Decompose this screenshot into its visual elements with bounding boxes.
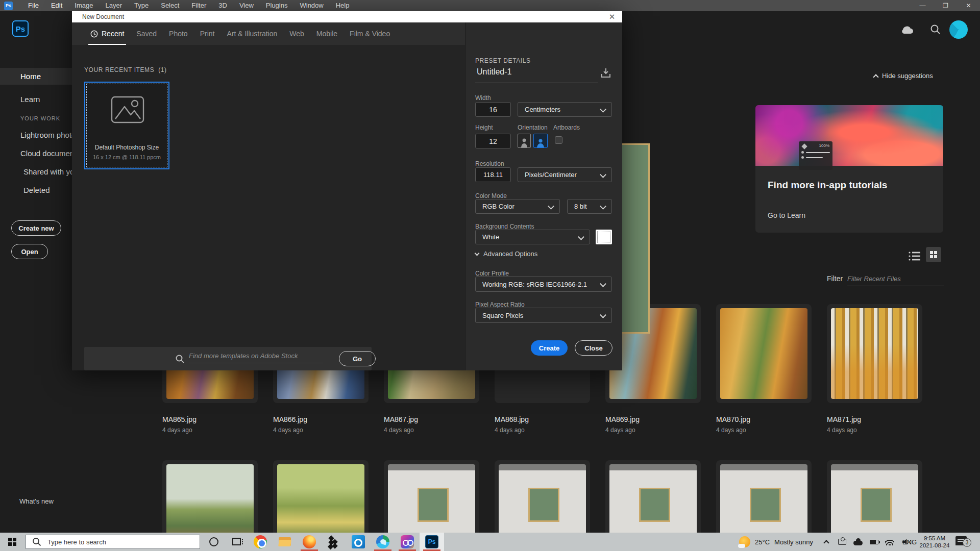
menu-bar: Ps FileEditImageLayerTypeSelectFilter3DV…	[0, 0, 980, 11]
background-color-swatch[interactable]	[596, 230, 612, 244]
sidebar-item[interactable]: Shared with you	[0, 163, 82, 180]
taskbar-weather[interactable]: 25°C Mostly sunny	[739, 533, 813, 551]
sidebar-item[interactable]: Deleted	[0, 182, 82, 198]
taskbar-clock[interactable]: 9:55 AM 2021-08-24	[919, 533, 950, 551]
onedrive-icon[interactable]	[853, 537, 863, 546]
dialog-tab[interactable]: Mobile	[310, 22, 344, 45]
weather-temp: 25°C	[755, 538, 770, 546]
layers-panel-overlay: 100%	[799, 141, 832, 170]
background-contents-select[interactable]: White	[475, 230, 590, 244]
dialog-tab[interactable]: Film & Video	[344, 22, 396, 45]
sidebar-item[interactable]: Lightroom photos	[0, 127, 82, 143]
edge-icon[interactable]	[371, 533, 395, 551]
dropbox-icon[interactable]	[322, 533, 346, 551]
task-view-icon[interactable]	[232, 538, 241, 545]
file-name: MA866.jpg	[273, 415, 307, 423]
create-new-button[interactable]: Create new	[11, 220, 61, 236]
meet-now-icon[interactable]	[838, 537, 847, 546]
dialog-tab[interactable]: Print	[194, 22, 221, 45]
open-button[interactable]: Open	[11, 244, 48, 259]
outlook-icon[interactable]	[346, 533, 371, 551]
save-preset-icon[interactable]	[600, 67, 611, 79]
language-indicator[interactable]: ENG	[902, 533, 917, 551]
firefox-icon[interactable]	[297, 533, 322, 551]
sidebar-item[interactable]: Home	[0, 68, 82, 85]
resolution-unit-select[interactable]: Pixels/Centimeter	[518, 167, 612, 182]
color-mode-select[interactable]: RGB Color	[475, 199, 560, 214]
menu-item[interactable]: Type	[128, 0, 155, 11]
file-age: 4 days ago	[827, 427, 857, 434]
photoshop-icon[interactable]: Ps	[420, 533, 444, 551]
go-button[interactable]: Go	[339, 351, 376, 366]
file-thumbnail-card[interactable]	[827, 304, 922, 403]
minimize-button[interactable]: —	[911, 0, 934, 11]
sidebar-item[interactable]: Learn	[0, 91, 82, 108]
menu-item[interactable]: 3D	[212, 0, 233, 11]
battery-icon[interactable]	[869, 537, 878, 546]
file-age: 4 days ago	[716, 427, 746, 434]
file-age: 4 days ago	[384, 427, 414, 434]
creative-cloud-icon[interactable]	[395, 533, 420, 551]
dialog-tab[interactable]: Saved	[130, 22, 163, 45]
bit-depth-select[interactable]: 8 bit	[567, 199, 612, 214]
stock-search-input[interactable]: Find more templates on Adobe Stock	[189, 352, 323, 363]
create-button[interactable]: Create	[531, 340, 568, 356]
chrome-icon[interactable]	[248, 533, 273, 551]
file-explorer-icon[interactable]	[273, 533, 297, 551]
color-profile-select[interactable]: Working RGB: sRGB IEC61966-2.1	[475, 277, 612, 292]
grid-icon	[930, 251, 937, 258]
orientation-portrait-button[interactable]	[518, 134, 531, 148]
photoshop-home-logo: Ps	[12, 20, 29, 37]
preset-card-default-photoshop-size[interactable]: Default Photoshop Size 16 x 12 cm @ 118.…	[84, 82, 169, 169]
menu-item[interactable]: File	[22, 0, 45, 11]
advanced-options-toggle[interactable]: Advanced Options	[475, 250, 537, 258]
go-to-learn-link[interactable]: Go to Learn	[768, 211, 805, 219]
menu-item[interactable]: Select	[155, 0, 185, 11]
unit-select[interactable]: Centimeters	[518, 102, 612, 117]
menu-item[interactable]: Window	[293, 0, 329, 11]
hide-suggestions-button[interactable]: Hide suggestions	[874, 72, 933, 80]
dialog-tab[interactable]: Art & Illustration	[220, 22, 283, 45]
height-input[interactable]: 12	[475, 134, 511, 148]
filter-recent-files-input[interactable]: Filter Recent Files	[847, 275, 944, 286]
dialog-tab[interactable]: Recent	[84, 22, 130, 45]
menu-item[interactable]: Image	[68, 0, 99, 11]
menu-item[interactable]: Filter	[185, 0, 212, 11]
search-icon[interactable]	[930, 24, 941, 35]
wifi-icon[interactable]	[885, 537, 894, 546]
menu-item[interactable]: Help	[330, 0, 356, 11]
cortana-icon[interactable]	[209, 537, 218, 546]
cloud-sync-icon[interactable]	[900, 24, 915, 35]
file-thumbnail-card[interactable]	[716, 304, 812, 403]
menu-item[interactable]: Plugins	[260, 0, 294, 11]
list-view-button[interactable]	[909, 251, 921, 261]
dialog-close-icon[interactable]: ✕	[606, 11, 618, 22]
start-button[interactable]	[0, 533, 24, 551]
artboards-checkbox[interactable]	[555, 136, 562, 144]
menu-item[interactable]: View	[233, 0, 260, 11]
new-document-dialog: New Document ✕ Recent Saved Photo Print …	[72, 11, 622, 370]
dialog-tab[interactable]: Photo	[163, 22, 194, 45]
width-input[interactable]: 16	[475, 102, 511, 117]
close-button[interactable]: Close	[575, 340, 612, 356]
taskbar-search-box[interactable]: Type here to search	[26, 535, 200, 549]
orientation-landscape-button[interactable]	[533, 134, 548, 148]
restore-button[interactable]: ❐	[934, 0, 957, 11]
windows-logo-icon	[8, 538, 12, 541]
menu-item[interactable]: Edit	[45, 0, 68, 11]
file-age: 4 days ago	[162, 427, 192, 434]
pixel-aspect-ratio-select[interactable]: Square Pixels	[475, 308, 612, 323]
sidebar-item[interactable]: Cloud documents	[0, 145, 82, 162]
weather-sun-icon	[739, 536, 750, 547]
grid-view-button[interactable]	[926, 247, 941, 262]
close-window-button[interactable]: ✕	[957, 0, 980, 11]
document-name-input[interactable]: Untitled-1	[477, 67, 511, 77]
whats-new-link[interactable]: What's new	[19, 497, 54, 505]
tutorial-card[interactable]: 100% Find more in-app tutorials Go to Le…	[755, 105, 943, 233]
user-avatar[interactable]	[949, 20, 968, 39]
your-work-label: YOUR WORK	[20, 115, 60, 121]
resolution-input[interactable]: 118.11	[475, 167, 511, 182]
dialog-tab[interactable]: Web	[283, 22, 310, 45]
menu-item[interactable]: Layer	[100, 0, 129, 11]
chevron-up-icon[interactable]	[822, 537, 831, 546]
